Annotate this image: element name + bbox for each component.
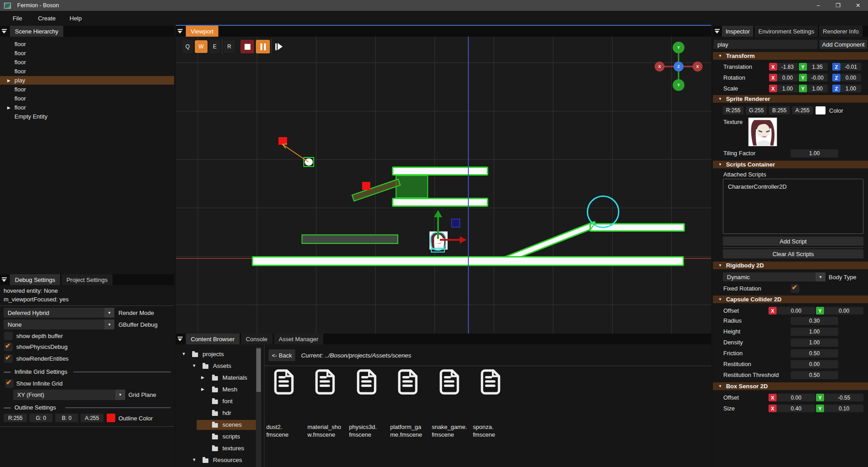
capsule-collider-header[interactable]: ▼ Capsule Collider 2D xyxy=(713,295,868,303)
friction-field[interactable]: 0.50 xyxy=(791,349,838,357)
texture-preview[interactable] xyxy=(748,118,777,146)
hierarchy-item[interactable]: floor xyxy=(0,85,174,94)
file-item[interactable]: dust2.fmscene xyxy=(266,369,307,397)
hierarchy-item[interactable]: Empty Entity xyxy=(0,112,174,121)
expand-arrow-icon[interactable]: ▶ xyxy=(7,105,10,110)
file-item[interactable]: physics3d.fmscene xyxy=(349,369,389,397)
scrollbar-thumb[interactable] xyxy=(256,348,261,392)
restitution-threshold-field[interactable]: 0.50 xyxy=(791,371,838,379)
minimize-button[interactable]: – xyxy=(808,0,828,11)
tab-debug-settings[interactable]: Debug Settings xyxy=(10,274,60,285)
step-button[interactable] xyxy=(273,40,285,53)
scripts-container-header[interactable]: ▼ Scripts Container xyxy=(713,161,868,168)
hierarchy-item[interactable]: ▶ floor xyxy=(0,103,174,112)
sensor-offset-x-field[interactable]: 0.00 xyxy=(777,394,815,401)
tree-expanded-icon[interactable]: ▼ xyxy=(192,363,196,368)
tool-q-button[interactable]: Q xyxy=(182,40,193,53)
gbuffer-debug-dropdown[interactable]: None ▼ xyxy=(4,319,114,329)
restitution-field[interactable]: 0.00 xyxy=(791,360,838,368)
body-type-dropdown[interactable]: Dynamic ▼ xyxy=(723,272,826,281)
back-button[interactable]: <- Back xyxy=(269,349,295,361)
panel-collapse-icon[interactable] xyxy=(0,26,8,37)
tree-collapsed-icon[interactable]: ▶ xyxy=(201,387,204,391)
tab-asset-manager[interactable]: Asset Manager xyxy=(274,334,323,344)
gizmo-x-positive[interactable]: X xyxy=(693,62,703,71)
rotation-x-field[interactable]: 0.00 xyxy=(777,74,798,81)
panel-collapse-icon[interactable] xyxy=(0,274,8,285)
hierarchy-item[interactable]: floor xyxy=(0,58,174,67)
expand-arrow-icon[interactable]: ▶ xyxy=(7,78,10,83)
show-depth-buffer-checkbox[interactable] xyxy=(4,332,13,340)
tool-e-button[interactable]: E xyxy=(209,40,220,53)
color-g-field[interactable]: G:255 xyxy=(746,106,767,114)
tiling-factor-field[interactable]: 1.00 xyxy=(791,149,838,157)
density-field[interactable]: 1.00 xyxy=(791,338,838,347)
add-script-button[interactable]: Add Script xyxy=(723,237,863,246)
tab-renderer-info[interactable]: Renderer Info xyxy=(819,26,863,37)
panel-collapse-icon[interactable] xyxy=(713,26,721,37)
capsule-offset-x-field[interactable]: 0.00 xyxy=(777,307,815,315)
tool-w-button-active[interactable]: W xyxy=(195,40,208,53)
tree-scrollbar[interactable] xyxy=(256,347,261,467)
file-item[interactable]: material_show.fmscene xyxy=(307,369,348,397)
gizmo-z-axis[interactable]: Z xyxy=(674,62,684,71)
tree-collapsed-icon[interactable]: ▶ xyxy=(201,375,204,380)
outline-g-field[interactable]: G: 0 xyxy=(29,414,52,422)
outline-color-swatch[interactable] xyxy=(107,414,115,422)
sprite-renderer-header[interactable]: ▼ Sprite Renderer xyxy=(713,95,868,103)
color-r-field[interactable]: R:255 xyxy=(723,106,744,114)
render-mode-dropdown[interactable]: Deferred Hybrid ▼ xyxy=(4,308,114,318)
rotation-y-field[interactable]: -0.00 xyxy=(807,74,828,81)
sensor-offset-y-field[interactable]: -0.55 xyxy=(825,394,863,401)
translation-y-field[interactable]: 1.35 xyxy=(807,63,828,71)
fixed-rotation-checkbox[interactable]: ✔ xyxy=(791,284,799,293)
outline-b-field[interactable]: B: 0 xyxy=(55,414,78,422)
show-physics-debug-checkbox[interactable]: ✔ xyxy=(4,343,13,351)
box-sensor-header[interactable]: ▼ Box Sensor 2D xyxy=(713,382,868,390)
gizmo-x-negative[interactable]: X xyxy=(655,62,665,71)
hierarchy-item[interactable]: floor xyxy=(0,67,174,76)
file-item[interactable]: platform_game.fmscene xyxy=(390,369,430,397)
color-b-field[interactable]: B:255 xyxy=(769,106,790,114)
panel-collapse-icon[interactable] xyxy=(176,26,184,37)
tab-viewport[interactable]: Viewport xyxy=(186,26,218,37)
tool-r-button[interactable]: R xyxy=(224,40,235,53)
viewport-canvas[interactable]: Q W E R xyxy=(176,37,711,334)
pause-button[interactable] xyxy=(256,40,270,53)
sensor-size-y-field[interactable]: 0.10 xyxy=(825,405,863,412)
script-item[interactable]: CharacterController2D xyxy=(723,179,863,190)
scale-y-field[interactable]: 1.00 xyxy=(807,85,828,92)
panel-collapse-icon[interactable] xyxy=(176,334,184,344)
rigidbody-header[interactable]: ▼ Rigidbody 2D xyxy=(713,262,868,269)
tab-environment-settings[interactable]: Environment Settings xyxy=(755,26,818,37)
translation-x-field[interactable]: -1.83 xyxy=(777,63,798,71)
scale-x-field[interactable]: 1.00 xyxy=(777,85,798,92)
tree-expanded-icon[interactable]: ▼ xyxy=(182,352,186,356)
show-render-entities-checkbox[interactable]: ✔ xyxy=(4,354,13,363)
height-field[interactable]: 1.00 xyxy=(791,328,838,336)
stop-button[interactable] xyxy=(241,40,254,53)
restore-button[interactable]: ❐ xyxy=(828,0,848,11)
hierarchy-item-play-selected[interactable]: ▶ play xyxy=(0,76,174,85)
show-infinite-grid-checkbox[interactable]: ✔ xyxy=(5,379,14,388)
capsule-offset-y-field[interactable]: 0.00 xyxy=(825,307,863,315)
tab-scene-hierarchy[interactable]: Scene Hierarchy xyxy=(10,26,63,37)
close-button[interactable]: ✕ xyxy=(848,0,868,11)
tab-inspector[interactable]: Inspector xyxy=(722,26,753,37)
translation-z-field[interactable]: -0.01 xyxy=(840,63,861,71)
menu-create[interactable]: Create xyxy=(35,11,58,26)
add-component-button[interactable]: Add Component xyxy=(820,40,867,49)
entity-name-input[interactable]: play xyxy=(714,40,817,49)
scale-z-field[interactable]: 1.00 xyxy=(840,85,861,92)
outline-a-field[interactable]: A:255 xyxy=(80,414,104,422)
tree-expanded-icon[interactable]: ▼ xyxy=(192,457,196,462)
color-a-field[interactable]: A:255 xyxy=(792,106,813,114)
hierarchy-item[interactable]: floor xyxy=(0,40,174,48)
tab-project-settings[interactable]: Project Settings xyxy=(61,274,113,285)
clear-all-scripts-button[interactable]: Clear All Scripts xyxy=(723,249,863,258)
file-item[interactable]: snake_game.fmscene xyxy=(431,369,472,397)
transform-header[interactable]: ▼ Transform xyxy=(713,52,868,60)
hierarchy-item[interactable]: floor xyxy=(0,49,174,57)
sensor-size-x-field[interactable]: 0.40 xyxy=(777,405,815,412)
menu-help[interactable]: Help xyxy=(67,11,85,26)
